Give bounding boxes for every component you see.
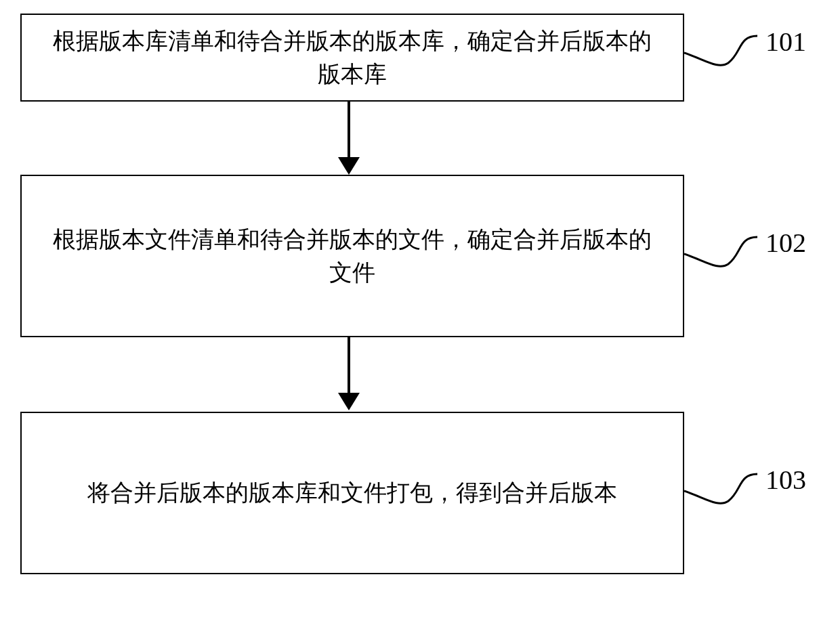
arrow-101-to-102 xyxy=(322,102,376,176)
step-label-102: 102 xyxy=(765,227,806,259)
step-label-103: 103 xyxy=(765,464,806,496)
step-box-103: 将合并后版本的版本库和文件打包，得到合并后版本 xyxy=(20,412,684,574)
step-text: 根据版本库清单和待合并版本的版本库，确定合并后版本的版本库 xyxy=(42,24,663,91)
step-text: 将合并后版本的版本库和文件打包，得到合并后版本 xyxy=(87,476,617,509)
callout-connector-102 xyxy=(684,234,759,274)
svg-marker-1 xyxy=(338,157,360,175)
step-box-101: 根据版本库清单和待合并版本的版本库，确定合并后版本的版本库 xyxy=(20,14,684,102)
svg-marker-3 xyxy=(338,393,360,410)
arrow-102-to-103 xyxy=(322,337,376,412)
callout-connector-101 xyxy=(684,33,759,73)
callout-connector-103 xyxy=(684,471,759,511)
step-label-101: 101 xyxy=(765,26,806,58)
step-text: 根据版本文件清单和待合并版本的文件，确定合并后版本的文件 xyxy=(42,223,663,290)
flowchart-canvas: 根据版本库清单和待合并版本的版本库，确定合并后版本的版本库 101 根据版本文件… xyxy=(0,0,840,623)
step-box-102: 根据版本文件清单和待合并版本的文件，确定合并后版本的文件 xyxy=(20,175,684,337)
